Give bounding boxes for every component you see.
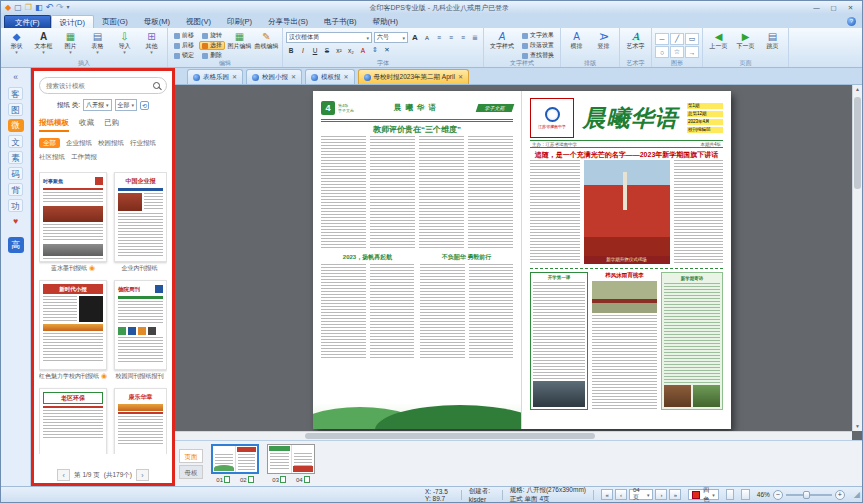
save-icon[interactable]: ◧ xyxy=(35,2,43,13)
gallery-icon[interactable]: 图 xyxy=(8,103,23,116)
template-search-box[interactable] xyxy=(39,77,167,94)
newspaper-page-1[interactable]: 江苏省灌南中学 晨曦华语 第1期 总第12期 2023年4月 校刊编辑部 xyxy=(522,91,731,429)
chip-briefing[interactable]: 工作简报 xyxy=(71,152,97,162)
close-tab-icon[interactable]: ✕ xyxy=(458,74,463,80)
image-edit-button[interactable]: ▦图片编辑 xyxy=(227,30,252,50)
template-card[interactable]: 时事聚焦 蓝水墨刊报纸◉ xyxy=(39,172,107,274)
template-card[interactable]: 康乐华章 xyxy=(114,388,167,454)
text-tool-icon[interactable]: 文 xyxy=(8,135,23,148)
favorite-icon[interactable]: ♥ xyxy=(8,215,24,228)
chip-community[interactable]: 社区报纸 xyxy=(39,152,65,162)
prev-page-button[interactable]: ◀上一页 xyxy=(706,30,731,50)
next-page-button[interactable]: ▶下一页 xyxy=(733,30,758,50)
service-icon[interactable]: 客 xyxy=(8,87,23,100)
template-thumbnail[interactable]: 中国企业报 xyxy=(114,172,167,262)
first-page-button[interactable]: « xyxy=(601,489,613,500)
refresh-icon[interactable]: ⟲ xyxy=(140,101,149,110)
clear-format-button[interactable]: ✕ xyxy=(382,45,392,55)
scroll-up-icon[interactable]: ▲ xyxy=(853,85,862,94)
template-thumbnail[interactable]: 老区环保 xyxy=(39,388,107,454)
align-left-button[interactable]: ≡ xyxy=(434,33,444,43)
pager-prev-button[interactable]: ‹ xyxy=(57,469,70,481)
new-doc-icon[interactable]: ▢ xyxy=(14,2,22,13)
doc-tab[interactable]: 模板报✕ xyxy=(305,69,355,84)
template-thumbnail[interactable]: 德院周刊 xyxy=(114,280,167,370)
chip-enterprise[interactable]: 企业报纸 xyxy=(66,138,92,148)
align-center-button[interactable]: ≡ xyxy=(446,33,456,43)
next-page-button[interactable]: › xyxy=(655,489,667,500)
rect-shape-button[interactable]: ▭ xyxy=(685,33,699,45)
undo-icon[interactable]: ↶ xyxy=(45,2,53,13)
newspaper-page-4[interactable]: 4 第4版 学子文苑 晨 曦 华 语 学子文苑 教师评价贵在“三个维度” xyxy=(313,91,522,429)
template-thumbnail[interactable]: 康乐华章 xyxy=(114,388,167,454)
horizontal-scroll-thumb[interactable] xyxy=(305,433,595,439)
prev-page-button[interactable]: ‹ xyxy=(615,489,627,500)
tab-ebook[interactable]: 电子书(B) xyxy=(316,15,365,28)
line-shape-button[interactable]: ─ xyxy=(655,33,669,45)
send-backward-button[interactable]: 后移 xyxy=(171,41,197,50)
file-menu-button[interactable]: 文件(F) xyxy=(4,15,51,28)
subscript-button[interactable]: x₂ xyxy=(346,45,356,55)
insert-image-button[interactable]: ▦图片▾ xyxy=(58,30,83,55)
upgrade-button[interactable]: 高 xyxy=(8,237,24,253)
tab-help[interactable]: 帮助(H) xyxy=(365,15,406,28)
template-thumbnail[interactable]: 新时代小报 xyxy=(39,280,107,370)
chip-campus[interactable]: 校园报纸 xyxy=(98,138,124,148)
pager-next-button[interactable]: › xyxy=(136,469,149,481)
goto-page-button[interactable]: ▤跳页 xyxy=(760,30,785,50)
vertical-text-button[interactable]: A竖排 xyxy=(591,30,616,50)
zoom-out-button[interactable]: − xyxy=(773,490,783,500)
select-tool-button[interactable]: 选择 xyxy=(199,41,225,50)
align-right-button[interactable]: ≡ xyxy=(458,33,468,43)
star-shape-button[interactable]: ☆ xyxy=(670,46,684,58)
rotate-button[interactable]: 旋转 xyxy=(199,31,225,40)
insert-other-button[interactable]: ⊞其他▾ xyxy=(139,30,164,55)
zoom-slider-knob[interactable] xyxy=(803,491,810,499)
minimize-button[interactable]: — xyxy=(809,3,824,13)
function-icon[interactable]: 功 xyxy=(8,199,23,212)
import-button[interactable]: ⇩导入▾ xyxy=(112,30,137,55)
tab-print[interactable]: 印刷(P) xyxy=(219,15,260,28)
close-tab-icon[interactable]: ✕ xyxy=(232,74,237,80)
insert-textbox-button[interactable]: A文本框▾ xyxy=(31,30,56,55)
spread-view-button[interactable] xyxy=(741,489,750,500)
text-effect-button[interactable]: 文字效果 xyxy=(519,31,557,40)
design-canvas[interactable]: 4 第4版 学子文苑 晨 曦 华 语 学子文苑 教师评价贵在“三个维度” xyxy=(175,85,862,440)
font-size-select[interactable]: 六号▾ xyxy=(374,32,408,43)
sheet-thumbnail-selected[interactable] xyxy=(211,444,259,474)
tab-favorites[interactable]: 收藏 xyxy=(79,118,94,132)
arrow-shape-button[interactable]: → xyxy=(685,46,699,58)
chip-industry[interactable]: 行业报纸 xyxy=(130,138,156,148)
template-card[interactable]: 老区环保 xyxy=(39,388,107,454)
zoom-slider[interactable] xyxy=(786,494,832,496)
color-mode-select[interactable]: 四色 ▾ xyxy=(688,489,719,500)
help-icon[interactable]: ? xyxy=(847,17,856,26)
superscript-button[interactable]: x² xyxy=(334,45,344,55)
curve-edit-button[interactable]: ✎曲线编辑 xyxy=(254,30,279,50)
paper-size-select[interactable]: 八开报▾ xyxy=(83,99,112,111)
bring-forward-button[interactable]: 前移 xyxy=(171,31,197,40)
scroll-down-icon[interactable]: ▼ xyxy=(853,422,862,431)
text-style-button[interactable]: A文字样式 xyxy=(487,30,517,50)
redo-icon[interactable]: ↷ xyxy=(56,2,64,13)
font-color-button[interactable]: A xyxy=(358,45,368,55)
tab-view[interactable]: 视图(V) xyxy=(178,15,219,28)
material-icon[interactable]: 素 xyxy=(8,151,23,164)
page-label[interactable]: 03 xyxy=(272,476,286,483)
font-family-select[interactable]: 汉仪楷体简▾ xyxy=(286,32,372,43)
underline-button[interactable]: U xyxy=(310,45,320,55)
template-card[interactable]: 中国企业报 企业内刊报纸 xyxy=(114,172,167,274)
page-label[interactable]: 04 xyxy=(296,476,310,483)
search-input[interactable] xyxy=(46,82,150,89)
close-tab-icon[interactable]: ✕ xyxy=(291,74,296,80)
strikethrough-button[interactable]: S xyxy=(322,45,332,55)
pages-tab[interactable]: 页面 xyxy=(179,449,203,463)
doc-tab[interactable]: 表格乐园✕ xyxy=(187,69,243,84)
template-card[interactable]: 新时代小报 红色魅力学校内刊报纸◉ xyxy=(39,280,107,382)
diagonal-shape-button[interactable]: ╱ xyxy=(670,33,684,45)
tab-purchased[interactable]: 已购 xyxy=(104,118,119,132)
collapse-panel-icon[interactable]: « xyxy=(8,71,24,84)
open-icon[interactable]: ❐ xyxy=(25,2,32,13)
single-page-view-button[interactable] xyxy=(726,489,735,500)
tab-master[interactable]: 母板(M) xyxy=(136,15,178,28)
